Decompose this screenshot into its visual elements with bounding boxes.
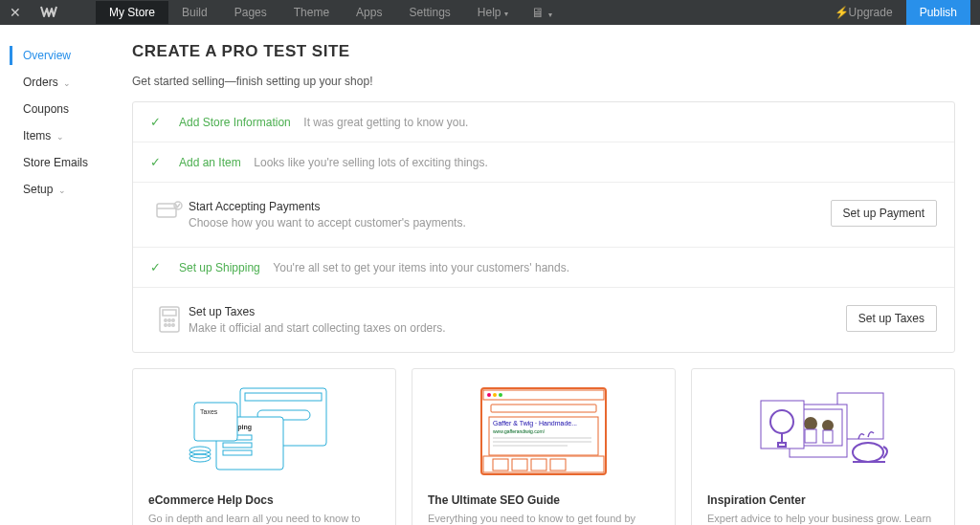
step-title[interactable]: Add Store Information [179,116,291,129]
svg-point-52 [853,443,883,462]
card-title: Inspiration Center [707,493,939,507]
upgrade-link[interactable]: ⚡Upgrade [821,6,906,19]
info-cards: Shipping Taxes eCommerce Help Docs Go in… [132,368,955,525]
card-title: eCommerce Help Docs [148,493,380,507]
setup-taxes-button[interactable]: Set up Taxes [846,305,937,332]
sidebar-item-orders[interactable]: Orders ⌄ [0,69,132,96]
svg-rect-0 [157,204,176,217]
nav-settings[interactable]: Settings [395,1,463,24]
step-row: Set up Taxes Make it official and start … [133,288,954,352]
nav-help[interactable]: Help ▾ [464,1,522,24]
setup-steps: ✓ Add Store Information It was great get… [132,101,955,353]
svg-rect-4 [163,310,176,316]
card-seo-guide[interactable]: Gaffer & Twig · Handmade... www.gafferan… [412,368,676,525]
svg-rect-39 [531,459,546,470]
page-subtitle: Get started selling—finish setting up yo… [132,75,955,88]
check-icon: ✓ [150,155,179,169]
svg-point-5 [165,319,167,321]
main-content: CREATE A PRO TEST SITE Get started selli… [132,25,974,525]
step-row: ✓ Add Store Information It was great get… [133,102,954,142]
card-illustration: Gaffer & Twig · Handmade... www.gafferan… [428,379,659,484]
svg-rect-51 [778,443,786,447]
nav-build[interactable]: Build [168,1,221,24]
step-desc: Looks like you're selling lots of exciti… [254,156,487,169]
step-desc: Choose how you want to accept customer's… [189,216,831,230]
svg-text:Gaffer & Twig · Handmade...: Gaffer & Twig · Handmade... [493,420,577,427]
step-title[interactable]: Add an Item [179,156,241,169]
svg-rect-40 [550,459,566,470]
nav-apps[interactable]: Apps [343,1,395,24]
chevron-down-icon: ⌄ [54,132,64,142]
svg-point-7 [172,319,174,321]
publish-button[interactable]: Publish [906,0,970,25]
sidebar-item-coupons[interactable]: Coupons [0,96,132,122]
svg-point-44 [804,417,817,430]
card-help-docs[interactable]: Shipping Taxes eCommerce Help Docs Go in… [132,368,396,525]
svg-point-26 [487,393,491,397]
svg-point-10 [172,324,174,326]
sidebar-item-items[interactable]: Items ⌄ [0,122,132,149]
sidebar-item-setup[interactable]: Setup ⌄ [0,176,132,203]
step-title: Set up Taxes [189,305,846,318]
svg-rect-29 [491,405,596,412]
check-icon: ✓ [150,260,179,274]
close-icon[interactable]: ✕ [10,5,21,20]
svg-point-28 [499,393,502,397]
svg-point-9 [168,324,170,326]
topbar: ✕ My Store Build Pages Theme Apps Settin… [0,0,980,25]
card-desc: Expert advice to help your business grow… [707,511,939,525]
step-row: Start Accepting Payments Choose how you … [133,183,954,248]
nav-pages[interactable]: Pages [221,1,280,24]
step-title[interactable]: Set up Shipping [179,261,260,274]
step-desc: You're all set to get your items into yo… [273,261,569,274]
svg-rect-47 [823,430,833,443]
payment-icon [150,200,189,221]
top-nav: My Store Build Pages Theme Apps Settings… [96,1,522,24]
step-desc: Make it official and start collecting ta… [189,321,846,335]
device-icon[interactable]: 🖥 ▾ [522,5,562,20]
logo-icon[interactable] [40,3,57,23]
step-row: ✓ Add an Item Looks like you're selling … [133,142,954,183]
check-icon: ✓ [150,115,179,129]
svg-rect-17 [223,443,252,448]
svg-text:www.gafferandtwig.com/: www.gafferandtwig.com/ [493,428,546,434]
card-desc: Go in depth and learn all you need to kn… [148,511,380,525]
svg-rect-18 [223,450,252,455]
card-illustration [707,379,939,484]
svg-point-8 [165,324,167,326]
sidebar: Overview Orders ⌄ Coupons Items ⌄ Store … [0,25,132,525]
svg-rect-37 [493,459,508,470]
setup-payment-button[interactable]: Set up Payment [831,200,937,227]
page-title: CREATE A PRO TEST SITE [132,42,955,61]
svg-point-27 [493,393,497,397]
step-row: ✓ Set up Shipping You're all set to get … [133,248,954,288]
chevron-down-icon: ⌄ [61,78,72,88]
svg-rect-38 [512,459,527,470]
svg-rect-45 [805,429,816,443]
nav-my-store[interactable]: My Store [96,1,168,24]
card-desc: Everything you need to know to get found… [428,511,659,525]
svg-rect-12 [245,393,322,401]
sidebar-item-store-emails[interactable]: Store Emails [0,149,132,176]
step-desc: It was great getting to know you. [303,116,468,129]
nav-theme[interactable]: Theme [280,1,343,24]
svg-text:Taxes: Taxes [200,408,218,415]
step-title: Start Accepting Payments [189,200,831,213]
sidebar-item-overview[interactable]: Overview [0,42,132,69]
calculator-icon [150,305,189,334]
card-title: The Ultimate SEO Guide [428,493,659,507]
svg-point-6 [168,319,170,321]
svg-point-46 [822,420,834,431]
chevron-down-icon: ⌄ [56,186,66,195]
card-illustration: Shipping Taxes [148,379,380,484]
card-inspiration[interactable]: Inspiration Center Expert advice to help… [691,368,955,525]
